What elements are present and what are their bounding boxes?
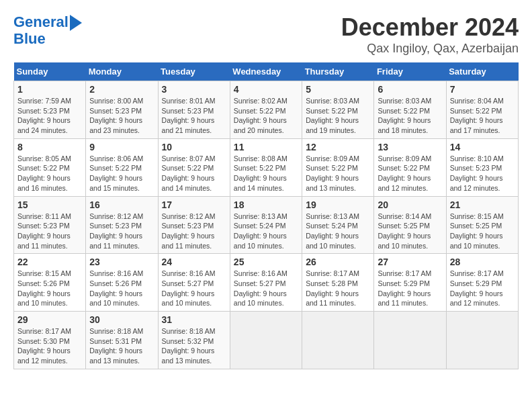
calendar-cell: 17Sunrise: 8:12 AM Sunset: 5:23 PM Dayli… bbox=[158, 196, 230, 254]
calendar-title: December 2024 bbox=[341, 13, 519, 42]
calendar-cell: 9Sunrise: 8:06 AM Sunset: 5:22 PM Daylig… bbox=[86, 138, 158, 196]
calendar-cell: 10Sunrise: 8:07 AM Sunset: 5:22 PM Dayli… bbox=[158, 138, 230, 196]
day-info: Sunrise: 8:17 AM Sunset: 5:29 PM Dayligh… bbox=[450, 269, 515, 308]
calendar-cell: 7Sunrise: 8:04 AM Sunset: 5:22 PM Daylig… bbox=[446, 81, 518, 139]
day-info: Sunrise: 8:05 AM Sunset: 5:22 PM Dayligh… bbox=[17, 154, 82, 193]
day-info: Sunrise: 8:11 AM Sunset: 5:23 PM Dayligh… bbox=[17, 212, 82, 251]
day-number: 20 bbox=[378, 199, 442, 210]
day-info: Sunrise: 8:13 AM Sunset: 5:24 PM Dayligh… bbox=[234, 212, 298, 251]
calendar-cell: 5Sunrise: 8:03 AM Sunset: 5:22 PM Daylig… bbox=[302, 81, 374, 139]
day-number: 24 bbox=[162, 257, 226, 267]
day-info: Sunrise: 8:03 AM Sunset: 5:22 PM Dayligh… bbox=[378, 96, 442, 136]
day-number: 1 bbox=[17, 84, 82, 95]
day-info: Sunrise: 8:01 AM Sunset: 5:23 PM Dayligh… bbox=[162, 96, 226, 136]
day-info: Sunrise: 8:00 AM Sunset: 5:23 PM Dayligh… bbox=[89, 96, 154, 136]
day-number: 27 bbox=[378, 257, 442, 267]
day-info: Sunrise: 8:15 AM Sunset: 5:26 PM Dayligh… bbox=[17, 269, 82, 308]
day-number: 23 bbox=[89, 257, 154, 267]
calendar-cell: 28Sunrise: 8:17 AM Sunset: 5:29 PM Dayli… bbox=[446, 254, 518, 312]
calendar-cell: 20Sunrise: 8:14 AM Sunset: 5:25 PM Dayli… bbox=[374, 196, 446, 254]
day-info: Sunrise: 8:16 AM Sunset: 5:27 PM Dayligh… bbox=[234, 269, 298, 308]
calendar-cell: 26Sunrise: 8:17 AM Sunset: 5:28 PM Dayli… bbox=[302, 254, 374, 312]
page-header: General Blue December 2024 Qax Ingiloy, … bbox=[13, 13, 519, 56]
week-row-5: 29Sunrise: 8:17 AM Sunset: 5:30 PM Dayli… bbox=[14, 312, 519, 369]
day-info: Sunrise: 8:17 AM Sunset: 5:29 PM Dayligh… bbox=[378, 269, 442, 308]
calendar-cell: 8Sunrise: 8:05 AM Sunset: 5:22 PM Daylig… bbox=[14, 138, 86, 196]
day-number: 29 bbox=[17, 314, 82, 325]
calendar-cell: 25Sunrise: 8:16 AM Sunset: 5:27 PM Dayli… bbox=[230, 254, 302, 312]
day-info: Sunrise: 8:10 AM Sunset: 5:23 PM Dayligh… bbox=[450, 154, 515, 193]
day-number: 19 bbox=[306, 199, 370, 210]
day-number: 12 bbox=[306, 142, 370, 152]
day-info: Sunrise: 8:18 AM Sunset: 5:31 PM Dayligh… bbox=[89, 326, 154, 366]
calendar-cell: 4Sunrise: 8:02 AM Sunset: 5:22 PM Daylig… bbox=[230, 81, 302, 139]
day-number: 22 bbox=[17, 257, 82, 267]
calendar-cell: 15Sunrise: 8:11 AM Sunset: 5:23 PM Dayli… bbox=[14, 196, 86, 254]
week-row-1: 1Sunrise: 7:59 AM Sunset: 5:23 PM Daylig… bbox=[14, 81, 519, 139]
day-number: 7 bbox=[450, 84, 515, 95]
day-number: 11 bbox=[234, 142, 298, 152]
day-info: Sunrise: 8:08 AM Sunset: 5:22 PM Dayligh… bbox=[234, 154, 298, 193]
day-number: 28 bbox=[450, 257, 515, 267]
logo-text: General bbox=[13, 14, 69, 30]
day-number: 14 bbox=[450, 142, 515, 152]
day-info: Sunrise: 8:04 AM Sunset: 5:22 PM Dayligh… bbox=[450, 96, 515, 136]
weekday-header-monday: Monday bbox=[86, 62, 158, 81]
day-number: 6 bbox=[378, 84, 442, 95]
calendar-cell bbox=[230, 312, 302, 369]
logo-blue-text: Blue bbox=[13, 31, 46, 47]
day-number: 3 bbox=[162, 84, 226, 95]
calendar-cell: 1Sunrise: 7:59 AM Sunset: 5:23 PM Daylig… bbox=[14, 81, 86, 139]
calendar-cell bbox=[446, 312, 518, 369]
calendar-cell: 13Sunrise: 8:09 AM Sunset: 5:22 PM Dayli… bbox=[374, 138, 446, 196]
week-row-3: 15Sunrise: 8:11 AM Sunset: 5:23 PM Dayli… bbox=[14, 196, 519, 254]
calendar-cell: 29Sunrise: 8:17 AM Sunset: 5:30 PM Dayli… bbox=[14, 312, 86, 369]
week-row-4: 22Sunrise: 8:15 AM Sunset: 5:26 PM Dayli… bbox=[14, 254, 519, 312]
day-info: Sunrise: 8:14 AM Sunset: 5:25 PM Dayligh… bbox=[378, 212, 442, 251]
calendar-cell: 2Sunrise: 8:00 AM Sunset: 5:23 PM Daylig… bbox=[86, 81, 158, 139]
calendar-cell: 18Sunrise: 8:13 AM Sunset: 5:24 PM Dayli… bbox=[230, 196, 302, 254]
day-number: 13 bbox=[378, 142, 442, 152]
day-info: Sunrise: 7:59 AM Sunset: 5:23 PM Dayligh… bbox=[17, 96, 82, 136]
day-number: 2 bbox=[89, 84, 154, 95]
day-info: Sunrise: 8:09 AM Sunset: 5:22 PM Dayligh… bbox=[306, 154, 370, 193]
day-number: 9 bbox=[89, 142, 154, 152]
weekday-header-friday: Friday bbox=[374, 62, 446, 81]
calendar-cell bbox=[374, 312, 446, 369]
calendar-cell: 24Sunrise: 8:16 AM Sunset: 5:27 PM Dayli… bbox=[158, 254, 230, 312]
logo: General Blue bbox=[13, 13, 82, 47]
weekday-header-wednesday: Wednesday bbox=[230, 62, 302, 81]
logo-arrow-icon bbox=[70, 15, 82, 31]
calendar-cell: 16Sunrise: 8:12 AM Sunset: 5:23 PM Dayli… bbox=[86, 196, 158, 254]
day-info: Sunrise: 8:09 AM Sunset: 5:22 PM Dayligh… bbox=[378, 154, 442, 193]
calendar-cell: 22Sunrise: 8:15 AM Sunset: 5:26 PM Dayli… bbox=[14, 254, 86, 312]
day-info: Sunrise: 8:06 AM Sunset: 5:22 PM Dayligh… bbox=[89, 154, 154, 193]
day-number: 16 bbox=[89, 199, 154, 210]
day-info: Sunrise: 8:17 AM Sunset: 5:28 PM Dayligh… bbox=[306, 269, 370, 308]
day-info: Sunrise: 8:07 AM Sunset: 5:22 PM Dayligh… bbox=[162, 154, 226, 193]
calendar-cell: 23Sunrise: 8:16 AM Sunset: 5:26 PM Dayli… bbox=[86, 254, 158, 312]
day-number: 4 bbox=[234, 84, 298, 95]
calendar-table: SundayMondayTuesdayWednesdayThursdayFrid… bbox=[13, 62, 519, 369]
calendar-cell: 6Sunrise: 8:03 AM Sunset: 5:22 PM Daylig… bbox=[374, 81, 446, 139]
day-number: 26 bbox=[306, 257, 370, 267]
day-info: Sunrise: 8:16 AM Sunset: 5:27 PM Dayligh… bbox=[162, 269, 226, 308]
day-info: Sunrise: 8:16 AM Sunset: 5:26 PM Dayligh… bbox=[89, 269, 154, 308]
day-number: 15 bbox=[17, 199, 82, 210]
day-number: 10 bbox=[162, 142, 226, 152]
day-number: 8 bbox=[17, 142, 82, 152]
title-block: December 2024 Qax Ingiloy, Qax, Azerbaij… bbox=[341, 13, 519, 56]
calendar-cell: 19Sunrise: 8:13 AM Sunset: 5:24 PM Dayli… bbox=[302, 196, 374, 254]
day-number: 17 bbox=[162, 199, 226, 210]
weekday-header-sunday: Sunday bbox=[14, 62, 86, 81]
weekday-header-row: SundayMondayTuesdayWednesdayThursdayFrid… bbox=[14, 62, 519, 81]
calendar-cell: 31Sunrise: 8:18 AM Sunset: 5:32 PM Dayli… bbox=[158, 312, 230, 369]
day-number: 18 bbox=[234, 199, 298, 210]
day-info: Sunrise: 8:15 AM Sunset: 5:25 PM Dayligh… bbox=[450, 212, 515, 251]
weekday-header-saturday: Saturday bbox=[446, 62, 518, 81]
day-number: 25 bbox=[234, 257, 298, 267]
week-row-2: 8Sunrise: 8:05 AM Sunset: 5:22 PM Daylig… bbox=[14, 138, 519, 196]
day-number: 5 bbox=[306, 84, 370, 95]
day-number: 30 bbox=[89, 314, 154, 325]
day-info: Sunrise: 8:13 AM Sunset: 5:24 PM Dayligh… bbox=[306, 212, 370, 251]
